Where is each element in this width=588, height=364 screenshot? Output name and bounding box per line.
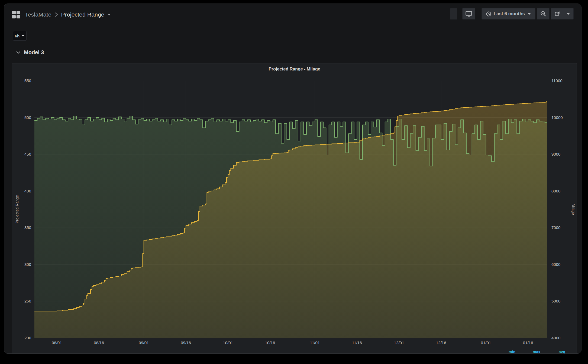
refresh-interval-dropdown[interactable]	[563, 8, 574, 20]
y-right-tick-11000: 11000	[551, 78, 570, 83]
x-tick-11/01: 11/01	[303, 340, 326, 345]
breadcrumb-dashboard-title[interactable]: Projected Range	[61, 11, 104, 18]
time-range-caret-icon	[528, 13, 531, 15]
zoom-out-button[interactable]	[537, 8, 550, 20]
dashboard-grid-icon[interactable]	[12, 11, 20, 18]
refresh-button[interactable]	[551, 8, 563, 20]
row-title: Model 3	[24, 49, 44, 56]
interval-caret-icon	[22, 35, 24, 37]
refresh-button-group	[551, 8, 574, 20]
y-axis-label-right: Milage	[571, 185, 576, 234]
y-left-tick-250: 250	[17, 299, 31, 304]
interval-value: 6h	[15, 34, 20, 38]
x-tick-01/01: 01/01	[474, 340, 497, 345]
x-tick-08/16: 08/16	[88, 340, 110, 345]
y-right-tick-5000: 5000	[551, 299, 570, 304]
x-tick-09/16: 09/16	[175, 340, 197, 345]
refresh-icon	[554, 11, 560, 17]
y-right-tick-7000: 7000	[551, 225, 570, 230]
chevron-down-icon	[16, 51, 21, 54]
y-left-tick-400: 400	[17, 189, 31, 194]
legend-header-avg[interactable]: avg	[540, 350, 565, 354]
y-left-tick-450: 450	[17, 152, 31, 157]
chevron-right-icon	[55, 12, 58, 17]
navbar-toolbar: Last 6 months	[450, 8, 574, 20]
clock-icon	[486, 11, 491, 17]
legend-header-max[interactable]: max	[515, 350, 540, 354]
time-range-label: Last 6 months	[494, 11, 525, 17]
refresh-caret-icon	[567, 13, 570, 15]
x-tick-10/16: 10/16	[259, 340, 281, 345]
x-tick-08/01: 08/01	[46, 340, 68, 345]
y-left-tick-550: 550	[17, 78, 31, 83]
time-range-picker[interactable]: Last 6 months	[482, 8, 535, 20]
x-tick-11/16: 11/16	[345, 340, 368, 345]
interval-picker[interactable]: 6h	[13, 31, 27, 41]
y-right-tick-9000: 9000	[551, 152, 570, 157]
grafana-window: TeslaMate Projected Range	[4, 4, 581, 354]
plot-area[interactable]	[34, 81, 547, 338]
cycle-view-button[interactable]	[462, 8, 475, 20]
dashboard-title-caret-icon[interactable]	[108, 14, 110, 15]
x-tick-10/01: 10/01	[217, 340, 239, 345]
breadcrumb: TeslaMate Projected Range	[12, 10, 111, 20]
y-left-tick-200: 200	[17, 336, 31, 340]
y-left-tick-500: 500	[17, 115, 31, 120]
x-tick-01/16: 01/16	[517, 340, 539, 345]
chart-canvas[interactable]	[34, 81, 547, 338]
legend-header-min[interactable]: min	[490, 350, 515, 354]
zoom-out-icon	[540, 11, 546, 17]
x-tick-12/01: 12/01	[388, 340, 411, 345]
breadcrumb-app-name[interactable]: TeslaMate	[25, 11, 51, 18]
monitor-icon	[466, 11, 472, 17]
x-tick-12/16: 12/16	[430, 340, 453, 345]
y-right-tick-10000: 10000	[551, 115, 570, 120]
y-right-tick-6000: 6000	[551, 262, 570, 267]
y-left-tick-300: 300	[17, 262, 31, 267]
row-header-model3[interactable]: Model 3	[16, 49, 44, 56]
panel-projected-range-milage: Projected Range - Milage Projected Range…	[12, 63, 577, 354]
y-left-tick-350: 350	[17, 225, 31, 230]
y-right-tick-8000: 8000	[551, 189, 570, 194]
y-right-tick-4000: 4000	[551, 336, 570, 340]
navbar: TeslaMate Projected Range	[4, 4, 581, 28]
legend-header-row: minmaxavg	[490, 350, 565, 354]
toolbar-blank-button[interactable]	[450, 8, 457, 20]
x-tick-09/01: 09/01	[133, 340, 155, 345]
panel-title[interactable]: Projected Range - Milage	[12, 67, 577, 72]
